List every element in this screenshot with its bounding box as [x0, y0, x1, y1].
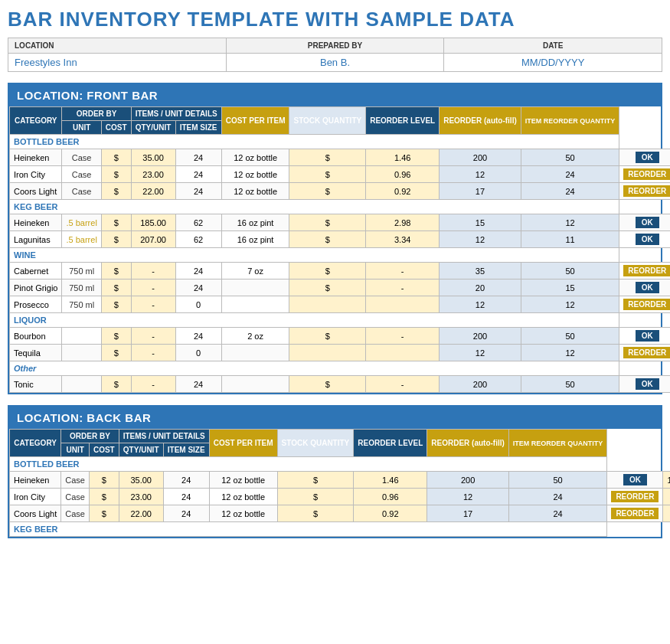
- qty-unit-val: 24: [175, 376, 221, 393]
- item-size-val: 16 oz pint: [221, 214, 289, 231]
- table-row: Cabernet 750 ml $ - 24 7 oz $ - 35 50 RE…: [10, 263, 671, 280]
- stock-qty-val: 200: [427, 472, 509, 489]
- reorder-level-val: 11: [521, 231, 619, 248]
- reorder-status-cell: REORDER: [619, 183, 670, 200]
- unit-val: [62, 376, 101, 393]
- cpi-val: 0.92: [366, 183, 440, 200]
- cpi-dollar: $: [289, 166, 366, 183]
- reorder-level-val: 12: [521, 214, 619, 231]
- stock-qty-val: 17: [427, 505, 509, 522]
- item-reorder-qty-val: 50: [663, 489, 670, 505]
- item-name: Heineken: [10, 472, 61, 489]
- reorder-badge: REORDER: [611, 508, 659, 519]
- reorder-level-val: 50: [508, 472, 607, 489]
- table-row: Heineken .5 barrel $ 185.00 62 16 oz pin…: [10, 214, 671, 231]
- cpi-dollar: [289, 296, 366, 313]
- ok-badge: OK: [636, 378, 659, 390]
- table-row: Prosecco 750 ml $ - 0 12 12 REORDER 0: [10, 296, 671, 313]
- cost-dollar: $: [89, 489, 119, 505]
- cpi-val: 2.98: [366, 214, 440, 231]
- location-value[interactable]: Freestyles Inn: [8, 54, 227, 72]
- qty-unit-val: 24: [175, 328, 221, 345]
- item-size-val: 12 oz bottle: [221, 183, 289, 200]
- page-title: BAR INVENTORY TEMPLATE WITH SAMPLE DATA: [8, 8, 662, 31]
- item-name: Tequila: [10, 345, 62, 361]
- reorder-badge: REORDER: [623, 168, 670, 180]
- reorder-status-cell: OK: [607, 472, 663, 489]
- category-row: LIQUOR: [10, 313, 671, 328]
- table-row: Bourbon $ - 24 2 oz $ - 200 50 OK 100: [10, 328, 671, 345]
- section-front-bar: LOCATION: FRONT BAR CATEGORY ORDER BY IT…: [8, 83, 662, 394]
- stock-qty-val: 12: [427, 489, 509, 505]
- cpi-val: -: [366, 280, 440, 296]
- cost-val: -: [131, 328, 175, 345]
- cpi-dollar: $: [289, 328, 366, 345]
- reorder-status-cell: REORDER: [619, 263, 670, 280]
- reorder-badge: REORDER: [611, 491, 659, 502]
- cpi-dollar: [289, 345, 366, 361]
- cpi-val: 3.34: [366, 231, 440, 248]
- date-value[interactable]: MM/DD/YYYY: [444, 54, 662, 72]
- reorder-status-cell: REORDER: [619, 166, 670, 183]
- table-row: Coors Light Case $ 22.00 24 12 oz bottle…: [10, 183, 671, 200]
- unit-val: .5 barrel: [62, 231, 101, 248]
- cpi-dollar: $: [289, 231, 366, 248]
- reorder-level-val: 24: [508, 489, 607, 505]
- qty-unit-val: 24: [163, 489, 209, 505]
- cost-dollar: $: [89, 472, 119, 489]
- cost-val: 22.00: [119, 505, 163, 522]
- cost-dollar: $: [101, 149, 131, 166]
- date-label: DATE: [444, 38, 662, 54]
- item-name: Bourbon: [10, 328, 62, 345]
- qty-unit-val: 24: [163, 472, 209, 489]
- unit-val: Case: [62, 166, 101, 183]
- inventory-table-front-bar: CATEGORY ORDER BY ITEMS / UNIT DETAILS C…: [9, 106, 670, 393]
- qty-unit-val: 62: [175, 231, 221, 248]
- unit-val: 750 ml: [62, 263, 101, 280]
- sections-container: LOCATION: FRONT BAR CATEGORY ORDER BY IT…: [8, 83, 662, 538]
- table-row: Pinot Grigio 750 ml $ - 24 $ - 20 15 OK …: [10, 280, 671, 296]
- qty-unit-val: 24: [175, 280, 221, 296]
- cpi-val: [366, 345, 440, 361]
- cpi-dollar: $: [289, 183, 366, 200]
- col-order-by: ORDER BY: [61, 430, 119, 443]
- reorder-level-val: 50: [521, 263, 619, 280]
- ok-badge: OK: [636, 234, 659, 245]
- category-label: KEG BEER: [10, 200, 619, 214]
- cost-val: 35.00: [119, 472, 163, 489]
- item-name: Tonic: [10, 376, 62, 393]
- reorder-status-cell: OK: [619, 149, 670, 166]
- item-name: Heineken: [10, 214, 62, 231]
- qty-unit-val: 24: [175, 149, 221, 166]
- cpi-val: 0.96: [366, 166, 440, 183]
- cost-dollar: $: [101, 231, 131, 248]
- unit-val: 750 ml: [62, 296, 101, 313]
- col-cost: COST: [89, 443, 119, 457]
- cost-dollar: $: [101, 345, 131, 361]
- inventory-table-back-bar: CATEGORY ORDER BY ITEMS / UNIT DETAILS C…: [9, 429, 670, 537]
- category-row: WINE: [10, 248, 671, 263]
- col-items-unit: ITEMS / UNIT DETAILS: [131, 107, 221, 121]
- ok-badge: OK: [623, 474, 647, 485]
- reorder-status-cell: OK: [619, 280, 670, 296]
- stock-qty-val: 12: [440, 231, 521, 248]
- col-category: CATEGORY: [10, 430, 61, 457]
- col-reorder-level: REORDER LEVEL: [354, 430, 427, 457]
- cost-val: 207.00: [131, 231, 175, 248]
- qty-unit-val: 62: [175, 214, 221, 231]
- qty-unit-val: 0: [175, 296, 221, 313]
- cpi-val: 1.46: [366, 149, 440, 166]
- col-item-reorder-qty: ITEM REORDER QUANTITY: [508, 430, 607, 457]
- reorder-level-val: 12: [521, 345, 619, 361]
- col-items-unit: ITEMS / UNIT DETAILS: [119, 430, 209, 443]
- reorder-level-val: 50: [521, 328, 619, 345]
- table-row: Lagunitas .5 barrel $ 207.00 62 16 oz pi…: [10, 231, 671, 248]
- col-unit: UNIT: [62, 121, 101, 135]
- prepared-by-value[interactable]: Ben B.: [226, 54, 444, 72]
- col-unit: UNIT: [61, 443, 90, 457]
- reorder-status-cell: REORDER: [607, 489, 663, 505]
- reorder-level-val: 50: [521, 376, 619, 393]
- col-category: CATEGORY: [10, 107, 62, 135]
- col-cost-per-item: COST PER ITEM: [209, 430, 277, 457]
- cost-val: -: [131, 376, 175, 393]
